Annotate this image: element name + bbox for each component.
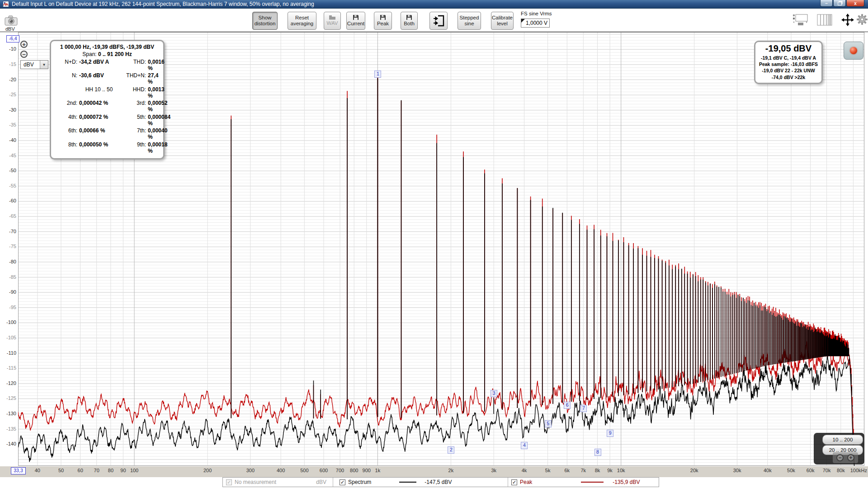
save-current-button[interactable]: Current — [346, 12, 365, 30]
settings-gear-icon[interactable] — [856, 13, 868, 26]
reset-averaging-label: Reset averaging — [289, 15, 315, 27]
y-tick-label: -30 — [0, 107, 16, 113]
spectrum-checkbox[interactable]: ✓ — [340, 479, 345, 485]
x-zoom-in-button[interactable]: + — [847, 454, 854, 461]
titlebar[interactable]: Default Input L on Default Device at 192… — [0, 0, 868, 9]
calibrate-level-label: Calibrate level — [492, 15, 513, 27]
y-tick-label: -75 — [0, 244, 16, 249]
legend-bar: ✓ No measurement dBV ✓ Spectrum -147,5 d… — [222, 477, 659, 487]
hh-range: HH 10 .. 50 — [79, 86, 119, 99]
harmonic-marker-5: 5 — [545, 420, 552, 427]
unit-select-dropdown[interactable]: dBV ▼ — [20, 60, 48, 69]
span-label: Span: — [82, 51, 96, 57]
y-tick-label: -90 — [0, 289, 16, 295]
show-distortion-button[interactable]: Show distortion — [252, 12, 278, 30]
stepped-sine-button[interactable]: Stepped sine — [458, 12, 481, 30]
close-button-icon[interactable]: x — [846, 0, 864, 7]
spectrum-label: Spectrum — [348, 479, 371, 485]
y-axis-unit-label: dBV — [5, 26, 15, 32]
hhd-label: HHD: — [121, 86, 146, 99]
fs-sine-vrms-input[interactable] — [521, 19, 550, 28]
zoom-out-button[interactable]: − — [20, 51, 28, 58]
x-axis-min-field[interactable]: 33,3 — [11, 467, 26, 474]
h2-value: 0,000042 % — [79, 100, 119, 113]
window-controls: – x — [820, 0, 864, 7]
x-zoom-out-button[interactable]: − — [836, 454, 844, 461]
peak-sample-value: Peak sample: -16,03 dBFS — [757, 61, 820, 67]
peak-label: Peak — [520, 479, 532, 485]
floppy-disk-icon — [380, 14, 386, 20]
harmonic-marker-4: 4 — [521, 442, 528, 449]
scrollbar-view-icon[interactable] — [793, 13, 809, 27]
thdn-label: THD+N: — [121, 72, 146, 85]
band-level-value: -19,0 dBV 22 - 22k UNW — [757, 67, 820, 74]
level-weighted-values: -19,1 dBV C, -19,4 dBV A — [757, 55, 820, 61]
x-tick-label: 3k — [480, 468, 507, 473]
info-row: 8th: 0,000050 % 9th: 0,00018 % — [55, 141, 160, 154]
x-tick-label: 40 — [24, 468, 51, 473]
span-value: 0 .. 91 200 Hz — [98, 51, 132, 57]
peak-checkbox[interactable]: ✓ — [511, 479, 517, 485]
record-button[interactable] — [844, 42, 863, 60]
y-tick-label: -95 — [0, 305, 16, 310]
range-10-200-button[interactable]: 10 .. 200 — [822, 435, 863, 445]
y-tick-label: -135 — [0, 426, 16, 432]
measurement-title: 1 000,00 Hz, -19,39 dBFS, -19,39 dBV — [60, 44, 154, 50]
minimize-button-icon[interactable]: – — [820, 0, 833, 7]
import-signal-button[interactable] — [429, 12, 448, 30]
x-tick-label: 30k — [724, 468, 751, 473]
mini-zoom-strip: − + — [833, 452, 858, 463]
y-tick-label: -10 — [0, 46, 16, 52]
x-tick-label: 200 — [194, 468, 221, 473]
h8-label: 8th: — [55, 141, 77, 154]
frequency-bands-icon[interactable] — [816, 13, 833, 27]
hh-label — [55, 86, 77, 99]
nd-value: -34,2 dBV A — [79, 59, 119, 71]
x-tick-label: 10k — [608, 468, 635, 473]
x-tick-label: 100kHz — [840, 468, 867, 473]
y-tick-label: -40 — [0, 137, 16, 143]
save-wav-label: WAV — [327, 20, 338, 26]
h7-label: 7th: — [121, 127, 146, 140]
y-tick-label: -115 — [0, 365, 16, 371]
y-tick-label: -25 — [0, 92, 16, 97]
level-main-value: -19,05 dBV — [757, 43, 820, 54]
zoom-in-button[interactable]: + — [20, 41, 28, 48]
thd-label: THD: — [121, 59, 146, 71]
peak-value: -135,9 dBV — [613, 479, 640, 485]
record-icon — [850, 47, 857, 54]
x-tick-label: 100 — [121, 468, 148, 473]
unit-select-value: dBV — [21, 61, 40, 68]
save-wav-button[interactable]: WAV — [324, 12, 341, 30]
stepped-sine-label: Stepped sine — [459, 15, 479, 27]
floppy-disk-icon — [406, 14, 412, 20]
restore-button-icon[interactable] — [833, 0, 846, 7]
toolbar: Show distortion Reset averaging WAV Curr… — [0, 9, 868, 32]
measurement-legend-segment: ✓ No measurement dBV — [223, 478, 333, 487]
pan-arrows-icon[interactable] — [839, 13, 856, 27]
info-row: 2nd: 0,000042 % 3rd: 0,00052 % — [55, 100, 160, 113]
calibrate-level-button[interactable]: Calibrate level — [491, 12, 514, 30]
reset-averaging-button[interactable]: Reset averaging — [288, 12, 316, 30]
save-both-button[interactable]: Both — [401, 12, 418, 30]
y-axis-max-field[interactable]: -6,4 — [6, 35, 19, 42]
h4-label: 4th: — [55, 114, 77, 127]
spectrum-legend-segment: ✓ Spectrum -147,5 dBV — [333, 478, 508, 487]
y-tick-label: -80 — [0, 259, 16, 264]
spectrum-analyzer-window: Default Input L on Default Device at 192… — [0, 0, 868, 488]
y-tick-label: -45 — [0, 153, 16, 158]
app-icon — [3, 1, 9, 7]
screenshot-camera-icon[interactable] — [5, 14, 18, 27]
y-tick-label: -35 — [0, 122, 16, 127]
h5-label: 5th: — [121, 114, 146, 127]
harmonic-marker-6: 6 — [564, 402, 571, 409]
no-measurement-label: No measurement — [235, 479, 276, 485]
h6-label: 6th: — [55, 127, 77, 140]
x-tick-label: 4k — [510, 468, 538, 473]
h5-value: 0,000084 % — [148, 114, 170, 127]
save-peak-button[interactable]: Peak — [374, 12, 392, 30]
show-distortion-label: Show distortion — [254, 15, 276, 27]
x-tick-label: 1k — [364, 468, 391, 473]
thd-value: 0,0016 % — [148, 59, 165, 71]
h9-label: 9th: — [121, 141, 146, 154]
